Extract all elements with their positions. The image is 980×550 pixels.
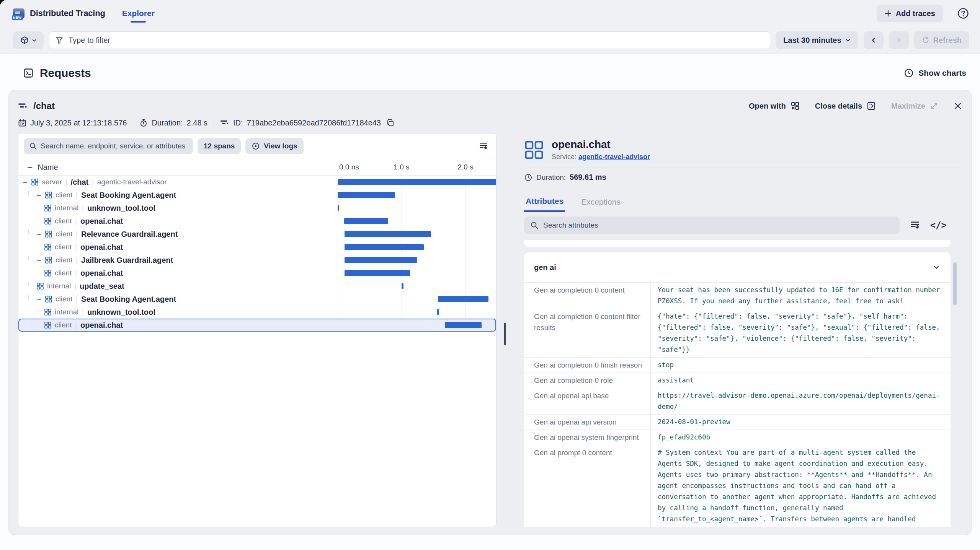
trace-duration: Duration: 2.48 s [139, 119, 207, 127]
view-logs-button[interactable]: View logs [245, 138, 303, 154]
attribute-key: Gen ai openai api version [524, 415, 650, 430]
app-title: Distributed Tracing [30, 8, 105, 18]
chevron-right-icon [896, 37, 902, 43]
gen-ai-section-header[interactable]: gen ai [524, 252, 951, 282]
top-bar: NEW Distributed Tracing Explorer Add tra… [0, 0, 980, 27]
collapse-toggle[interactable]: – [37, 191, 45, 199]
span-grid-icon [31, 179, 38, 186]
attribute-layout-icon[interactable] [910, 220, 920, 231]
span-service-suffix: agentic-travel-advisor [97, 178, 167, 186]
span-row[interactable]: –client|Relevance Guardrail.agent [18, 228, 496, 241]
open-with-button[interactable]: Open with [749, 101, 800, 111]
trace-timestamp-text: July 3, 2025 at 12:13:18.576 [30, 119, 127, 127]
separator: | [92, 178, 94, 186]
span-row[interactable]: –client|Seat Booking Agent.agent [18, 293, 496, 306]
attribute-search-input[interactable] [524, 216, 900, 234]
span-kind: internal [55, 308, 78, 316]
trace-id-label: ID: [233, 119, 243, 127]
time-axis: 0.0 ns1.0 s2.0 s [338, 159, 496, 175]
duration-label: Duration: [152, 119, 183, 127]
span-row[interactable]: internal|update_seat [18, 280, 496, 293]
attribute-row: Gen ai completion 0 roleassistant [524, 373, 951, 388]
collapse-toggle[interactable]: – [37, 295, 45, 303]
details-tabs: Attributes Exceptions [524, 194, 962, 212]
chevron-down-icon [933, 264, 940, 271]
tab-attributes[interactable]: Attributes [524, 194, 565, 212]
code-view-icon[interactable]: </> [930, 220, 947, 231]
span-row[interactable]: client|openai.chat [18, 267, 496, 280]
show-charts-button[interactable]: Show charts [904, 68, 966, 78]
span-name: unknown_tool.tool [87, 204, 155, 213]
attribute-value: Your seat has been successfully updated … [650, 283, 951, 309]
tree-connector [36, 308, 42, 312]
spans-count-badge[interactable]: 12 spans [198, 138, 241, 154]
span-grid-icon [44, 322, 51, 329]
tab-exceptions[interactable]: Exceptions [580, 194, 622, 212]
span-row[interactable]: client|openai.chat [18, 215, 496, 228]
time-range-selector[interactable]: Last 30 minutes [776, 31, 858, 49]
span-kind: client [56, 295, 72, 303]
span-duration: Duration: 569.61 ms [524, 173, 962, 182]
app-logo-icon: NEW [13, 8, 24, 18]
span-name: /chat [70, 178, 88, 187]
refresh-button[interactable]: Refresh [914, 31, 969, 49]
attribute-value: https://travel-advisor-demo.openai.azure… [650, 388, 951, 414]
service-link[interactable]: agentic-travel-advisor [578, 153, 650, 161]
scope-selector[interactable] [13, 31, 44, 49]
trace-waterfall-icon [220, 119, 229, 127]
waterfall-chart: – Name 0.0 ns1.0 s2.0 s –server|/chat|ag… [18, 159, 496, 332]
collapse-toggle[interactable]: – [37, 230, 45, 238]
close-icon[interactable] [954, 102, 962, 110]
close-details-button[interactable]: Close details [815, 101, 876, 111]
plus-icon [884, 10, 892, 17]
separator: | [75, 217, 77, 225]
details-scrollbar-thumb[interactable] [953, 262, 957, 305]
add-traces-button[interactable]: Add traces [877, 5, 943, 22]
span-name: openai.chat [80, 321, 123, 330]
span-duration-bar [345, 231, 431, 237]
copy-trace-id-button[interactable] [386, 119, 395, 127]
panel-resize-gutter[interactable] [497, 133, 513, 527]
span-kind: server [42, 178, 62, 186]
span-row[interactable]: client|openai.chat [18, 241, 496, 254]
span-duration-bar [402, 283, 403, 289]
span-name: Jailbreak Guardrail.agent [81, 256, 173, 265]
separator: | [76, 295, 78, 303]
span-grid-icon [44, 205, 51, 212]
time-next-button[interactable] [889, 31, 909, 49]
collapse-all-toggle[interactable]: – [28, 163, 32, 171]
span-row[interactable]: client|openai.chat [18, 319, 496, 332]
attribute-row: Gen ai openai system fingerprintfp_efad9… [524, 430, 951, 445]
axis-tick-label: 1.0 s [394, 163, 409, 171]
view-logs-label: View logs [264, 142, 297, 150]
span-name: Seat Booking Agent.agent [81, 191, 176, 200]
filter-bar: Last 30 minutes Refresh [0, 27, 980, 54]
span-row[interactable]: internal|unknown_tool.tool [18, 202, 496, 215]
span-layout-icon[interactable] [479, 141, 491, 151]
attribute-value: # System context You are part of a multi… [650, 445, 951, 527]
maximize-button[interactable]: Maximize [891, 102, 938, 111]
calendar-icon [18, 119, 26, 127]
span-name: Relevance Guardrail.agent [81, 230, 178, 239]
span-duration-bar [345, 270, 410, 276]
span-row[interactable]: –server|/chat|agentic-travel-advisor [18, 176, 496, 189]
collapse-toggle[interactable]: – [23, 178, 31, 186]
span-row[interactable]: –client|Seat Booking Agent.agent [18, 189, 496, 202]
span-name: Seat Booking Agent.agent [81, 295, 176, 304]
span-kind: client [56, 191, 72, 199]
span-search-input[interactable] [24, 138, 193, 154]
span-title: openai.chat [552, 138, 650, 151]
duration-value: 2.48 s [187, 119, 207, 127]
span-kind: client [56, 230, 72, 238]
time-prev-button[interactable] [864, 31, 884, 49]
span-row[interactable]: internal|unknown_tool.tool [18, 306, 496, 319]
help-button[interactable] [957, 7, 969, 20]
trace-id-value: 719abe2eba6592ead72086fd17184e43 [247, 119, 381, 127]
span-timeline-cell [338, 215, 496, 228]
tab-explorer[interactable]: Explorer [121, 1, 155, 26]
span-row[interactable]: –client|Jailbreak Guardrail.agent [18, 254, 496, 267]
collapse-toggle[interactable]: – [37, 256, 45, 264]
attribute-row: Gen ai completion 0 contentYour seat has… [524, 283, 951, 309]
panel-resize-handle[interactable] [504, 323, 506, 345]
filter-input[interactable] [49, 31, 770, 49]
